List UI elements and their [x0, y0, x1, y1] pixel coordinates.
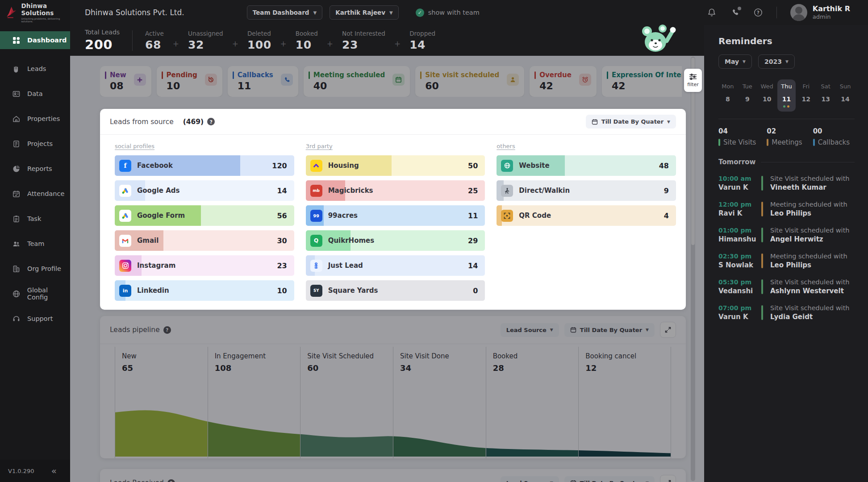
- sidebar-item-properties[interactable]: Properties: [0, 110, 70, 128]
- dashboard-icon: [12, 36, 21, 45]
- source-name: Website: [519, 162, 659, 170]
- crm-dashboard: Dhinwa Solutions Unlocking problems, del…: [0, 0, 868, 482]
- qrcode-icon: [501, 210, 513, 222]
- calendar-day-tue[interactable]: Tue9: [738, 79, 757, 112]
- chevron-down-icon: ▼: [667, 120, 670, 124]
- leads-from-source-panel: Leads from source (469) ? Till Date By Q…: [100, 109, 686, 310]
- reminders-title: Reminders: [718, 36, 855, 46]
- reminder-item[interactable]: 10:00 am Varun K Site Visit scheduled wi…: [718, 175, 855, 191]
- calendar-day-thu[interactable]: Thu11: [777, 79, 796, 112]
- reports-icon: [12, 165, 21, 173]
- properties-icon: [12, 115, 21, 123]
- header-divider: [776, 7, 777, 18]
- reminder-item[interactable]: 12:00 pm Ravi K Meeting scheduled with L…: [718, 201, 855, 217]
- stat-booked: Booked10: [296, 30, 318, 51]
- year-value: 2023: [764, 58, 782, 65]
- calendar-day-sun[interactable]: Sun14: [836, 79, 855, 112]
- source-date-filter-dropdown[interactable]: Till Date By Quater ▼: [586, 115, 676, 129]
- help-badge-icon[interactable]: ?: [207, 118, 215, 125]
- help-icon[interactable]: ?: [753, 8, 763, 17]
- sidebar-item-attendance[interactable]: Attendance: [0, 185, 70, 203]
- calendar-day-mon[interactable]: Mon8: [718, 79, 737, 112]
- sidebar-item-reports[interactable]: Reports: [0, 160, 70, 178]
- sidebar-item-data[interactable]: Data: [0, 85, 70, 103]
- source-row-google-form[interactable]: Google Form 56: [115, 205, 294, 226]
- sidebar-item-projects[interactable]: Projects: [0, 135, 70, 153]
- sidebar-item-label: Reports: [27, 165, 52, 172]
- sidebar-item-global-config[interactable]: Global Config: [0, 285, 70, 303]
- sidebar-item-task[interactable]: Task: [0, 210, 70, 228]
- filter-button[interactable]: filter: [684, 69, 702, 92]
- calls-icon[interactable]: [730, 8, 740, 17]
- user-select[interactable]: Karthik Rajeev ▼: [330, 5, 399, 20]
- justlead-icon: [310, 260, 322, 272]
- reminder-desc: Meeting scheduled with: [770, 253, 847, 260]
- reminders-sidebar: Reminders May ▼ 2023 ▼ Mon8Tue9Wed10Thu1…: [704, 25, 868, 482]
- notifications-bell-icon[interactable]: [707, 8, 717, 17]
- sidebar-item-label: Support: [27, 315, 53, 322]
- source-columns: social profiles f Facebook 120 Google Ad…: [100, 135, 686, 305]
- sidebar-item-dashboard[interactable]: Dashboard: [0, 31, 70, 49]
- source-name: Square Yards: [328, 287, 473, 295]
- calendar-day-sat[interactable]: Sat13: [816, 79, 835, 112]
- profile-menu[interactable]: Karthik R admin: [790, 4, 850, 21]
- count-meetings: 02Meetings: [767, 127, 802, 146]
- sidebar-item-team[interactable]: Team: [0, 235, 70, 253]
- reminder-type-bar: [761, 279, 763, 294]
- walkin-icon: [501, 185, 513, 197]
- tomorrow-label: Tomorrow: [718, 158, 755, 166]
- sidebar-item-leads[interactable]: Leads: [0, 60, 70, 78]
- source-name: Direct/Walkin: [519, 187, 664, 195]
- stat-unassigned: Unassigned32: [188, 30, 223, 51]
- sidebar-item-support[interactable]: Support: [0, 310, 70, 328]
- source-row-99acres[interactable]: 99 99acres 11: [306, 205, 485, 226]
- reminder-item[interactable]: 07:00 pm Varun K Site Visit scheduled wi…: [718, 304, 855, 321]
- source-row-instagram[interactable]: Instagram 23: [115, 255, 294, 276]
- source-row-quikrhomes[interactable]: Q QuikrHomes 29: [306, 230, 485, 251]
- reminder-item[interactable]: 01:00 pm Himanshu Site Visit scheduled w…: [718, 227, 855, 243]
- count-site-visits: 04Site Visits: [718, 127, 756, 146]
- sidebar-item-label: Properties: [27, 115, 60, 122]
- sidebar-item-org-profile[interactable]: Org Profile: [0, 260, 70, 278]
- source-name: Google Ads: [137, 187, 277, 195]
- source-row-linkedin[interactable]: in Linkedin 10: [115, 280, 294, 301]
- avatar: [790, 4, 807, 21]
- source-value: 23: [277, 262, 287, 270]
- calendar-icon: [592, 119, 598, 125]
- stats-plus-separator: +: [232, 39, 238, 48]
- collapse-sidebar-icon[interactable]: «: [51, 465, 57, 476]
- source-row-direct-walkin[interactable]: Direct/Walkin 9: [497, 180, 676, 201]
- calendar-day-fri[interactable]: Fri12: [797, 79, 815, 112]
- source-row-facebook[interactable]: f Facebook 120: [115, 155, 294, 176]
- show-with-team-checkbox[interactable]: ✓ show with team: [416, 8, 480, 17]
- reminder-type-bar: [761, 202, 763, 216]
- source-row-google-ads[interactable]: Google Ads 14: [115, 180, 294, 201]
- user-select-value: Karthik Rajeev: [335, 9, 385, 16]
- reminder-person: Vedanshi: [718, 287, 761, 295]
- calendar-day-wed[interactable]: Wed10: [758, 79, 776, 112]
- reminder-time: 01:00 pm: [718, 227, 761, 234]
- source-row-square-yards[interactable]: SY Square Yards 0: [306, 280, 485, 301]
- sidebar-item-label: Leads: [27, 65, 46, 72]
- reminder-item[interactable]: 05:30 pm Vedanshi Site Visit scheduled w…: [718, 278, 855, 295]
- dashboard-select[interactable]: Team Dashboard ▼: [247, 5, 322, 20]
- reminder-person: Varun K: [718, 183, 761, 191]
- source-name: Linkedin: [137, 287, 277, 295]
- sidebar-item-label: Global Config: [27, 287, 70, 301]
- source-row-website[interactable]: Website 48: [497, 155, 676, 176]
- reminder-item[interactable]: 02:30 pm S Nowlak Meeting scheduled with…: [718, 253, 855, 269]
- source-name: Housing: [328, 162, 468, 170]
- reminder-desc: Site Visit scheduled with: [770, 175, 850, 182]
- sidebar-item-label: Data: [27, 90, 43, 97]
- year-select[interactable]: 2023 ▼: [758, 54, 795, 69]
- source-name: 99acres: [328, 212, 468, 220]
- sidebar-menu: Dashboard Leads Data Properties Projects…: [0, 31, 70, 460]
- source-row-housing[interactable]: Housing 50: [306, 155, 485, 176]
- source-row-qr-code[interactable]: QR Code 4: [497, 205, 676, 226]
- source-row-gmail[interactable]: Gmail 30: [115, 230, 294, 251]
- squareyards-icon: SY: [310, 285, 322, 297]
- month-select[interactable]: May ▼: [718, 54, 752, 69]
- source-value: 56: [277, 212, 287, 220]
- source-row-just-lead[interactable]: Just Lead 14: [306, 255, 485, 276]
- source-row-magicbricks[interactable]: mb Magicbricks 25: [306, 180, 485, 201]
